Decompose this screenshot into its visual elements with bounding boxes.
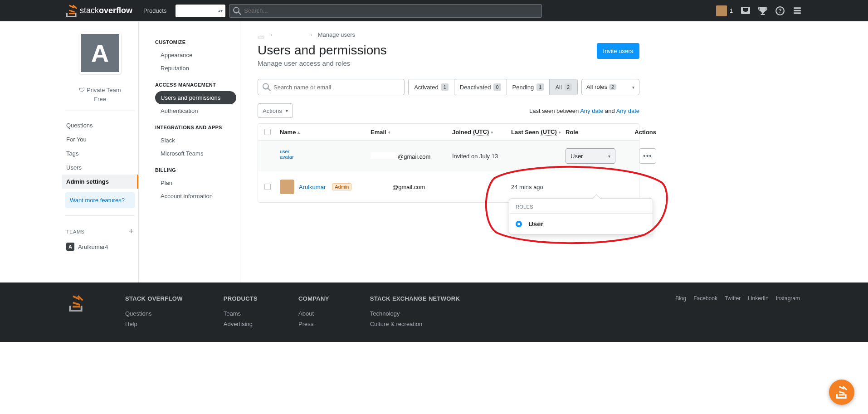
left-sidebar: A 🛡 Private Team Free Questions For You … [62,21,139,282]
so-mini-icon[interactable] [258,30,265,39]
footer-link[interactable]: Press [298,319,329,329]
caret-down-icon: ▾ [608,154,610,159]
topbar-search[interactable] [229,4,542,18]
role-select[interactable]: User ▾ [566,148,615,164]
footer-social-link[interactable]: LinkedIn [748,295,768,329]
want-more-features[interactable]: Want more features? [65,192,135,208]
col-joined[interactable]: Joined (UTC) ♦ [452,128,511,136]
footer-social-link[interactable]: Twitter [725,295,741,329]
main-shell: A 🛡 Private Team Free Questions For You … [0,21,868,282]
search-icon [233,7,241,15]
nav-for-you[interactable]: For You [62,132,138,146]
primary-nav: Questions For You Tags Users Admin setti… [62,118,138,189]
role-filter-dropdown[interactable]: All roles 2 ▾ [581,79,639,95]
table-header: Name▴ Email♦ Joined (UTC) ♦ Last Seen (U… [258,124,639,141]
settings-appearance[interactable]: Appearance [155,49,236,62]
email-cell: @gmail.com [371,184,452,190]
sort-icon: ♦ [388,130,390,135]
popover-header: ROLES [509,199,653,214]
nav-tags[interactable]: Tags [62,146,138,161]
filter-all[interactable]: All2 [550,79,577,95]
nav-questions[interactable]: Questions [62,118,138,132]
filter-deactivated[interactable]: Deactivated0 [454,79,507,95]
filter-activated[interactable]: Activated1 [409,79,454,95]
footer-link[interactable]: Questions [125,308,183,319]
breadcrumbs: › › Manage users [258,30,639,39]
email-cell: @gmail.com [371,152,452,160]
settings-account-info[interactable]: Account information [155,190,236,203]
products-link[interactable]: Products [143,7,166,14]
footer-social-link[interactable]: Facebook [693,295,717,329]
filter-pending[interactable]: Pending1 [507,79,550,95]
section-billing: BILLING [155,167,236,173]
row-actions-button[interactable]: ••• [639,148,656,164]
settings-slack[interactable]: Slack [155,134,236,147]
topbar: stackoverflow Products ▴▾ 1 ? [0,0,868,21]
add-team-button[interactable]: + [129,227,134,236]
row-checkbox[interactable] [264,184,271,190]
settings-ms-teams[interactable]: Microsoft Teams [155,147,236,160]
chevron-right-icon: › [310,31,312,38]
main-content: › › Manage users Users and permissions M… [240,21,653,282]
footer-social-link[interactable]: Blog [675,295,686,329]
col-email[interactable]: Email♦ [371,129,452,136]
teams-header: TEAMS + [62,223,138,240]
select-all-checkbox[interactable] [264,129,271,135]
inbox-icon[interactable] [741,6,750,15]
search-input[interactable] [244,7,538,14]
invite-users-button[interactable]: Invite users [597,43,639,59]
users-table: Name▴ Email♦ Joined (UTC) ♦ Last Seen (U… [258,123,639,203]
footer-link[interactable]: Technology [370,308,460,319]
page-subtitle: Manage user access and roles [258,59,387,67]
any-date-from[interactable]: Any date [580,107,603,114]
last-seen-cell: 24 mins ago [511,184,566,190]
svg-text:?: ? [778,8,781,14]
settings-plan[interactable]: Plan [155,176,236,190]
so-wordmark: stackoverflow [80,6,132,15]
footer-link[interactable]: Advertising [224,319,258,329]
role-option-user[interactable]: User [509,214,653,234]
settings-users-permissions[interactable]: Users and permissions [155,91,236,104]
table-row: user avatar @gmail.com Invited on July 1… [258,141,639,171]
settings-sidebar: CUSTOMIZE Appearance Reputation ACCESS M… [139,21,240,282]
nav-users[interactable]: Users [62,161,138,175]
team-selector[interactable]: ▴▾ [176,5,225,17]
footer-link[interactable]: Help [125,319,183,329]
svg-rect-4 [794,12,801,14]
team-avatar[interactable]: A [79,32,121,74]
sort-icon: ♦ [491,130,493,135]
settings-reputation[interactable]: Reputation [155,62,236,75]
col-name[interactable]: Name▴ [280,129,371,136]
section-customize: CUSTOMIZE [155,39,236,45]
footer-col-sen: STACK EXCHANGE NETWORK Technology Cultur… [370,295,460,329]
bulk-actions-dropdown[interactable]: Actions ▾ [258,103,293,118]
footer-link[interactable]: Teams [224,308,258,319]
trophy-icon[interactable] [758,6,767,15]
team-entry[interactable]: A Arulkumar4 [62,240,138,253]
profile-link[interactable]: 1 [716,5,733,16]
radio-selected-icon [516,221,522,227]
nav-admin-settings[interactable]: Admin settings [62,175,138,189]
user-name-link[interactable]: Arulkumar [299,184,326,190]
user-search-input[interactable] [273,84,400,91]
crumb-manage-users[interactable]: Manage users [318,31,355,38]
col-last-seen[interactable]: Last Seen (UTC) ♦ [511,128,566,136]
footer-social-link[interactable]: Instagram [776,295,800,329]
so-logo[interactable]: stackoverflow [66,5,132,17]
settings-authentication[interactable]: Authentication [155,104,236,117]
avatar [716,5,727,16]
sort-icon: ♦ [559,130,561,135]
sort-asc-icon: ▴ [297,130,300,135]
footer-link[interactable]: Culture & recreation [370,319,460,329]
help-icon[interactable]: ? [775,6,785,15]
stackexchange-icon[interactable] [793,6,802,15]
search-icon [263,83,271,91]
user-search[interactable] [258,79,405,95]
shield-icon: 🛡 [79,86,85,95]
any-date-to[interactable]: Any date [616,107,639,114]
col-role: Role [566,129,624,136]
roles-popover: ROLES User [509,198,653,234]
reputation: 1 [730,8,733,14]
footer-link[interactable]: About [298,308,329,319]
so-footer-logo-icon[interactable] [68,295,84,312]
